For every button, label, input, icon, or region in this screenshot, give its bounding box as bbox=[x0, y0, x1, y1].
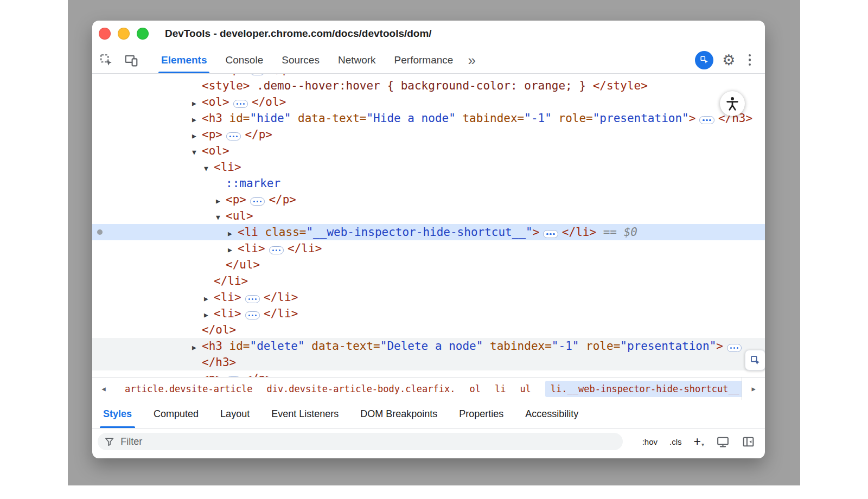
dom-tree-row-selected[interactable]: ▶<li class="__web-inspector-hide-shortcu… bbox=[92, 224, 765, 240]
tab-layout[interactable]: Layout bbox=[209, 400, 260, 428]
code-tag: > bbox=[689, 112, 696, 125]
maximize-window-button[interactable] bbox=[137, 28, 149, 40]
disclosure-collapsed-icon[interactable]: ▶ bbox=[192, 128, 202, 144]
inspect-floating-button[interactable] bbox=[745, 350, 765, 370]
breadcrumb-item[interactable]: article.devsite-article bbox=[125, 383, 252, 394]
dom-tree-row[interactable]: </li> bbox=[92, 273, 765, 289]
styles-filter-bar: :hov .cls +▾ bbox=[92, 428, 765, 455]
expand-children-button[interactable] bbox=[699, 116, 714, 124]
kebab-menu-icon[interactable] bbox=[744, 52, 756, 68]
code-attribute-value: "presentation" bbox=[593, 112, 689, 125]
tab-properties[interactable]: Properties bbox=[448, 400, 514, 428]
dom-tree-row[interactable]: ▶<h3 id="hide" data-text="Hide a node" t… bbox=[92, 110, 765, 126]
expand-children-button[interactable] bbox=[245, 295, 260, 303]
disclosure-collapsed-icon[interactable]: ▶ bbox=[228, 226, 238, 242]
tab-sources[interactable]: Sources bbox=[272, 47, 329, 73]
dom-tree-row[interactable]: ▶<h3 id="delete" data-text="Delete a nod… bbox=[92, 338, 765, 354]
expand-children-button[interactable] bbox=[250, 197, 265, 206]
tab-event-listeners[interactable]: Event Listeners bbox=[260, 400, 349, 428]
dom-tree-row[interactable]: </h3> bbox=[92, 354, 765, 370]
tab-network[interactable]: Network bbox=[329, 47, 385, 73]
code-tag: <p> bbox=[202, 372, 222, 377]
close-window-button[interactable] bbox=[99, 28, 111, 40]
dom-tree-row[interactable]: </ul> bbox=[92, 257, 765, 273]
dom-tree-row[interactable]: ▶<p></p> bbox=[92, 74, 765, 78]
code-attribute-name: role= bbox=[552, 112, 593, 125]
breadcrumb-item[interactable]: ul bbox=[520, 383, 531, 394]
tab-performance[interactable]: Performance bbox=[385, 47, 463, 73]
sidebar-toggle-icon[interactable] bbox=[742, 435, 755, 449]
dom-tree-row[interactable]: ▶<p></p> bbox=[92, 126, 765, 143]
dom-tree-row[interactable]: ▶<ol></ol> bbox=[92, 94, 765, 110]
dom-tree-row[interactable]: ▶<p></p> bbox=[92, 191, 765, 208]
code-tag: </p> bbox=[269, 74, 296, 76]
dom-tree-row[interactable]: <style> .demo--hover:hover { background-… bbox=[92, 78, 765, 94]
dom-tree-row[interactable]: </ol> bbox=[92, 322, 765, 338]
disclosure-collapsed-icon[interactable]: ▶ bbox=[216, 193, 226, 209]
expand-children-button[interactable] bbox=[543, 230, 558, 238]
breadcrumb-item[interactable]: div.devsite-article-body.clearfix. bbox=[266, 383, 455, 394]
expand-children-button[interactable] bbox=[233, 100, 248, 108]
disclosure-collapsed-icon[interactable]: ▶ bbox=[192, 112, 202, 128]
dom-tree: ▶<p></p><style> .demo--hover:hover { bac… bbox=[92, 74, 765, 377]
toggle-element-state-button[interactable]: :hov bbox=[642, 437, 658, 446]
dom-tree-row[interactable]: ▼<ul> bbox=[92, 208, 765, 224]
tab-elements[interactable]: Elements bbox=[152, 47, 216, 73]
rendering-emulations-icon[interactable] bbox=[716, 435, 730, 449]
disclosure-collapsed-icon[interactable]: ▶ bbox=[228, 242, 238, 258]
disclosure-collapsed-icon[interactable]: ▶ bbox=[192, 340, 202, 356]
tab-dom-breakpoints[interactable]: DOM Breakpoints bbox=[349, 400, 448, 428]
tab-accessibility[interactable]: Accessibility bbox=[514, 400, 589, 428]
disclosure-collapsed-icon[interactable]: ▶ bbox=[192, 95, 202, 112]
inspect-element-icon[interactable] bbox=[95, 49, 117, 71]
tab-console[interactable]: Console bbox=[216, 47, 272, 73]
accessibility-floating-button[interactable] bbox=[720, 91, 745, 116]
styles-filter-input[interactable] bbox=[119, 436, 616, 448]
expand-children-button[interactable] bbox=[245, 311, 260, 319]
dom-tree-row[interactable]: ▶<li></li> bbox=[92, 289, 765, 305]
tab-styles[interactable]: Styles bbox=[92, 400, 143, 428]
dom-tree-row[interactable]: ::marker bbox=[92, 175, 765, 191]
tab-computed[interactable]: Computed bbox=[143, 400, 209, 428]
settings-gear-icon[interactable]: ⚙ bbox=[722, 53, 735, 67]
code-attribute-value: "presentation" bbox=[620, 340, 716, 353]
traffic-lights bbox=[92, 28, 149, 40]
disclosure-expanded-icon[interactable]: ▼ bbox=[216, 209, 226, 226]
disclosure-expanded-icon[interactable]: ▼ bbox=[204, 161, 214, 177]
code-tag: > bbox=[533, 226, 540, 239]
code-attribute-value: "delete" bbox=[250, 340, 305, 353]
breadcrumb-scroll-right-button[interactable]: ▶ bbox=[742, 378, 765, 400]
device-toolbar-icon[interactable] bbox=[120, 49, 142, 71]
inspect-mode-active-button[interactable] bbox=[695, 51, 713, 69]
expand-children-button[interactable] bbox=[250, 74, 265, 75]
dom-tree-row[interactable]: ▶<li></li> bbox=[92, 240, 765, 257]
disclosure-collapsed-icon[interactable]: ▶ bbox=[204, 307, 214, 323]
code-tag: </ul> bbox=[226, 258, 260, 271]
breadcrumb-item-selected[interactable]: li.__web-inspector-hide-shortcut__ bbox=[545, 381, 742, 397]
breadcrumb-item[interactable]: li bbox=[495, 383, 506, 394]
code-attribute-value: "Hide a node" bbox=[366, 112, 455, 125]
code-tag: <li bbox=[238, 226, 258, 239]
code-meta: == bbox=[596, 226, 624, 239]
breadcrumb-item[interactable]: ol bbox=[469, 383, 480, 394]
new-style-rule-button[interactable]: +▾ bbox=[694, 436, 704, 448]
disclosure-expanded-icon[interactable]: ▼ bbox=[192, 144, 202, 161]
code-tag: <p> bbox=[226, 193, 246, 206]
element-classes-button[interactable]: .cls bbox=[669, 437, 682, 446]
breadcrumb-scroll-left-button[interactable]: ◀ bbox=[92, 378, 115, 400]
more-tabs-chevron[interactable]: » bbox=[462, 53, 481, 67]
code-dollar-zero: $0 bbox=[624, 226, 637, 239]
disclosure-collapsed-icon[interactable]: ▶ bbox=[192, 372, 202, 377]
expand-children-button[interactable] bbox=[727, 344, 742, 352]
dom-tree-row[interactable]: ▼<li> bbox=[92, 159, 765, 175]
expand-children-button[interactable] bbox=[269, 246, 284, 254]
toolbar-right-controls: ⚙ bbox=[695, 51, 765, 69]
code-attribute-name: data-text= bbox=[305, 340, 380, 353]
disclosure-collapsed-icon[interactable]: ▶ bbox=[204, 291, 214, 307]
dom-tree-row[interactable]: ▼<ol> bbox=[92, 143, 765, 159]
dom-tree-row[interactable]: ▶<p></p> bbox=[92, 370, 765, 377]
breadcrumb: article.devsite-articlediv.devsite-artic… bbox=[115, 381, 742, 397]
dom-tree-row[interactable]: ▶<li></li> bbox=[92, 305, 765, 322]
minimize-window-button[interactable] bbox=[118, 28, 130, 40]
expand-children-button[interactable] bbox=[226, 132, 241, 140]
